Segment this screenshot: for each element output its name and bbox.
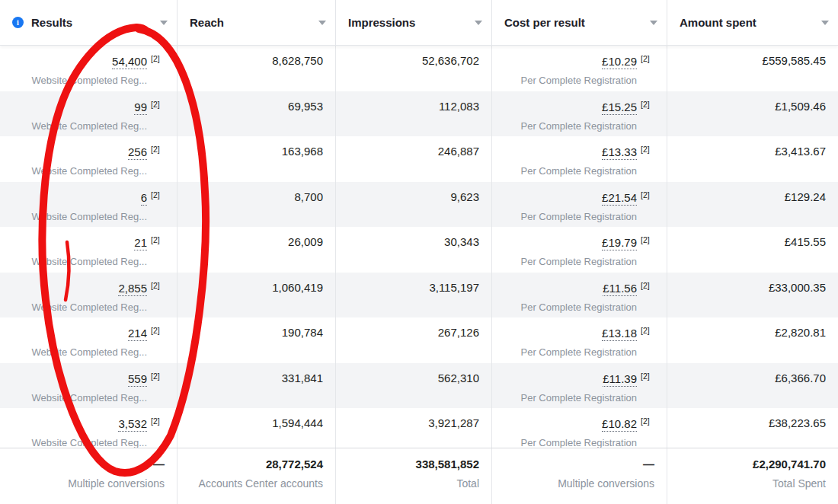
reach-cell: 69,953 <box>177 91 335 137</box>
totals-reach-label: Accounts Center accounts <box>190 477 323 490</box>
cost-per-result-value[interactable]: £19.79 <box>602 235 637 250</box>
results-sublabel: Website Completed Reg... <box>12 211 147 222</box>
column-header-cost-per-result[interactable]: Cost per result <box>491 0 667 45</box>
footnote-ref[interactable]: [2] <box>641 54 654 63</box>
chevron-down-icon[interactable] <box>821 21 829 25</box>
results-value[interactable]: 3,532 <box>118 416 147 432</box>
reach-value: 1,594,444 <box>272 416 323 429</box>
results-value[interactable]: 6 <box>141 190 147 206</box>
results-value[interactable]: 99 <box>134 100 147 115</box>
footnote-ref[interactable]: [2] <box>151 416 165 426</box>
cost-sublabel: Per Complete Registration <box>504 75 637 86</box>
footnote-ref[interactable]: [2] <box>151 145 165 154</box>
reach-value: 1,060,419 <box>272 281 323 294</box>
cost-per-result-value[interactable]: £21.54 <box>602 190 637 206</box>
amount-spent-value: £38,223.65 <box>769 416 826 429</box>
cost-per-result-cell: £11.56[2] Per Complete Registration <box>491 273 667 318</box>
footnote-ref[interactable]: [2] <box>641 372 654 381</box>
results-value[interactable]: 54,400 <box>112 54 147 69</box>
amount-spent-cell: £1,509.46 <box>667 91 838 137</box>
reach-value: 26,009 <box>288 235 323 248</box>
results-value[interactable]: 21 <box>134 235 147 250</box>
results-sublabel: Website Completed Reg... <box>12 437 147 448</box>
impressions-value: 3,921,287 <box>428 416 479 429</box>
totals-spent-value: £2,290,741.70 <box>680 457 826 471</box>
impressions-value: 3,115,197 <box>429 281 479 294</box>
footnote-ref[interactable]: [2] <box>641 281 654 290</box>
column-header-reach[interactable]: Reach <box>177 0 335 45</box>
totals-reach-value: 28,772,524 <box>190 457 323 471</box>
cost-per-result-cell: £19.79[2] Per Complete Registration <box>491 227 667 273</box>
table-row: 2,855[2] Website Completed Reg... 1,060,… <box>0 273 838 318</box>
reach-value: 331,841 <box>282 372 323 384</box>
amount-spent-value: £415.55 <box>785 235 826 248</box>
cost-per-result-value[interactable]: £13.33 <box>602 145 637 160</box>
amount-spent-cell: £3,413.67 <box>667 136 838 182</box>
cost-per-result-cell: £10.82[2] Per Complete Registration <box>491 408 667 454</box>
impressions-value: 30,343 <box>444 235 479 248</box>
footnote-ref[interactable]: [2] <box>641 145 654 154</box>
reach-cell: 8,700 <box>177 182 335 228</box>
column-header-impressions[interactable]: Impressions <box>335 0 491 45</box>
chevron-down-icon[interactable] <box>160 21 168 25</box>
impressions-value: 246,887 <box>438 145 479 158</box>
cost-sublabel: Per Complete Registration <box>504 165 637 177</box>
results-value[interactable]: 559 <box>128 372 147 387</box>
table-row: 559[2] Website Completed Reg... 331,841 … <box>0 363 838 409</box>
cost-per-result-value[interactable]: £15.25 <box>602 100 637 115</box>
column-label: Reach <box>190 16 224 29</box>
reach-value: 163,968 <box>282 145 323 158</box>
impressions-cell: 30,343 <box>335 227 491 273</box>
footnote-ref[interactable]: [2] <box>151 235 165 244</box>
footnote-ref[interactable]: [2] <box>641 235 654 244</box>
amount-spent-value: £1,509.46 <box>775 100 826 113</box>
chevron-down-icon[interactable] <box>318 21 326 25</box>
cost-per-result-value[interactable]: £10.82 <box>602 416 637 432</box>
column-label: Amount spent <box>680 16 756 29</box>
footnote-ref[interactable]: [2] <box>641 416 654 426</box>
results-value[interactable]: 2,855 <box>118 281 147 296</box>
cost-per-result-value[interactable]: £11.39 <box>603 372 637 387</box>
totals-impressions-label: Total <box>348 477 479 490</box>
results-sublabel: Website Completed Reg... <box>12 392 147 404</box>
impressions-cell: 562,310 <box>335 363 491 409</box>
impressions-cell: 9,623 <box>335 182 491 228</box>
footnote-ref[interactable]: [2] <box>641 190 654 199</box>
column-label: Impressions <box>348 16 415 29</box>
cost-per-result-value[interactable]: £13.18 <box>602 326 637 341</box>
results-value[interactable]: 214 <box>128 326 147 341</box>
totals-impressions-cell: 338,581,852 Total <box>335 448 491 504</box>
amount-spent-value: £33,000.35 <box>769 281 826 294</box>
footnote-ref[interactable]: [2] <box>151 190 165 199</box>
chevron-down-icon[interactable] <box>475 21 482 25</box>
reach-cell: 1,594,444 <box>177 408 335 454</box>
info-icon[interactable]: i <box>12 17 24 28</box>
footnote-ref[interactable]: [2] <box>151 281 165 290</box>
reach-cell: 26,009 <box>177 227 335 273</box>
footnote-ref[interactable]: [2] <box>641 326 654 335</box>
footnote-ref[interactable]: [2] <box>151 372 165 381</box>
footnote-ref[interactable]: [2] <box>151 100 165 109</box>
footnote-ref[interactable]: [2] <box>641 100 654 109</box>
footnote-ref[interactable]: [2] <box>151 326 165 335</box>
cost-per-result-value[interactable]: £11.56 <box>603 281 637 296</box>
table-row: 3,532[2] Website Completed Reg... 1,594,… <box>0 408 838 454</box>
totals-results-value: — <box>12 457 165 471</box>
amount-spent-cell: £559,585.45 <box>667 46 838 91</box>
column-label: Cost per result <box>504 16 585 29</box>
column-header-amount-spent[interactable]: Amount spent <box>667 0 838 45</box>
results-cell: 54,400[2] Website Completed Reg... <box>0 46 177 91</box>
column-header-results[interactable]: i Results <box>0 0 177 45</box>
chevron-down-icon[interactable] <box>650 21 657 25</box>
cost-per-result-cell: £13.33[2] Per Complete Registration <box>491 136 667 182</box>
reach-value: 69,953 <box>288 100 323 113</box>
cost-per-result-value[interactable]: £10.29 <box>602 54 637 69</box>
cost-per-result-cell: £21.54[2] Per Complete Registration <box>491 182 667 228</box>
footnote-ref[interactable]: [2] <box>151 54 165 63</box>
amount-spent-cell: £2,820.81 <box>667 317 838 363</box>
reach-cell: 331,841 <box>177 363 335 409</box>
cost-sublabel: Per Complete Registration <box>504 392 637 404</box>
results-sublabel: Website Completed Reg... <box>12 301 147 313</box>
results-value[interactable]: 256 <box>128 145 147 160</box>
impressions-cell: 3,115,197 <box>335 273 491 318</box>
